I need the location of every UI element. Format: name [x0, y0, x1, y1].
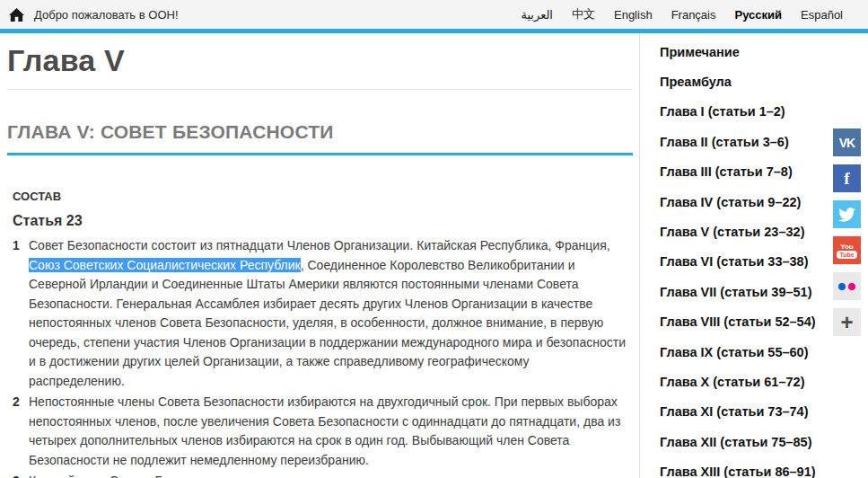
paragraph-number: 2 [13, 393, 29, 470]
facebook-icon[interactable]: f [833, 164, 861, 192]
article-title: Статья 23 [13, 213, 639, 229]
sidebar-item-10[interactable]: Глава IX (статьи 55–60) [640, 337, 868, 367]
page-title: Глава V [7, 43, 639, 78]
article-paragraph-list: 1Совет Безопасности состоит из пятнадцат… [13, 236, 639, 478]
twitter-icon[interactable] [833, 200, 861, 228]
paragraph-text: Каждый член Совета Безопасности имеет од… [29, 472, 628, 478]
youtube-label-bottom: Tube [837, 251, 856, 259]
article-paragraph-1: 1Совет Безопасности состоит из пятнадцат… [13, 236, 639, 391]
paragraph-text: Непостоянные члены Совета Безопасности и… [29, 393, 628, 470]
lang-link-5[interactable]: Español [801, 8, 843, 22]
accent-divider [0, 29, 868, 33]
article-paragraph-2: 2Непостоянные члены Совета Безопасности … [13, 393, 639, 470]
home-icon[interactable] [9, 8, 24, 22]
sidebar-item-2[interactable]: Глава I (статьи 1–2) [640, 97, 868, 127]
sidebar-item-11[interactable]: Глава X (статьи 61–72) [640, 367, 868, 396]
vk-icon[interactable]: VK [833, 128, 861, 156]
flickr-icon[interactable] [833, 272, 861, 300]
welcome-message: Добро пожаловать в ООН! [34, 8, 179, 22]
text-run: Каждый член Совета Безопасности имеет од… [29, 474, 410, 478]
selected-text: Союз Советских Социалистических Республи… [29, 258, 301, 272]
sidebar-item-1[interactable]: Преамбула [640, 66, 868, 96]
paragraph-number: 1 [13, 236, 29, 391]
lang-link-2[interactable]: English [614, 8, 653, 22]
lang-link-0[interactable]: العربية [521, 8, 553, 22]
sidebar-item-14[interactable]: Глава XIII (статьи 86–91) [640, 456, 868, 478]
horizontal-rule [7, 89, 633, 90]
sidebar-item-13[interactable]: Глава XII (статьи 75–85) [640, 427, 868, 456]
youtube-icon[interactable]: YouTube [833, 236, 861, 264]
lang-link-4[interactable]: Русский [734, 8, 782, 22]
sidebar-item-12[interactable]: Глава XI (статьи 73–74) [640, 397, 868, 427]
lang-link-1[interactable]: 中文 [572, 6, 595, 22]
topbar-welcome-group: Добро пожаловать в ООН! [0, 8, 179, 22]
article-paragraph-3: 3Каждый член Совета Безопасности имеет о… [13, 472, 639, 478]
text-run: Совет Безопасности состоит из пятнадцати… [29, 238, 610, 252]
main-content: Глава V ГЛАВА V: СОВЕТ БЕЗОПАСНОСТИ СОСТ… [0, 33, 639, 478]
topbar: Добро пожаловать в ООН! العربية中文English… [0, 0, 868, 29]
language-switcher: العربية中文EnglishFrançaisРусскийEspañol [521, 6, 868, 22]
text-run: , Соединенное Королевство Великобритании… [29, 258, 626, 388]
text-run: Непостоянные члены Совета Безопасности и… [29, 394, 620, 467]
youtube-label-top: You [840, 243, 854, 251]
section-heading: ГЛАВА V: СОВЕТ БЕЗОПАСНОСТИ [7, 121, 633, 155]
paragraph-number: 3 [13, 472, 29, 478]
flickr-dots [838, 283, 855, 290]
share-plus-icon[interactable]: + [833, 308, 861, 336]
paragraph-text: Совет Безопасности состоит из пятнадцати… [29, 236, 628, 391]
subsection-heading: СОСТАВ [13, 190, 639, 203]
sidebar-item-0[interactable]: Примечание [640, 37, 868, 66]
lang-link-3[interactable]: Français [671, 8, 716, 22]
social-share-bar: VKfYouTube+ [833, 128, 861, 336]
